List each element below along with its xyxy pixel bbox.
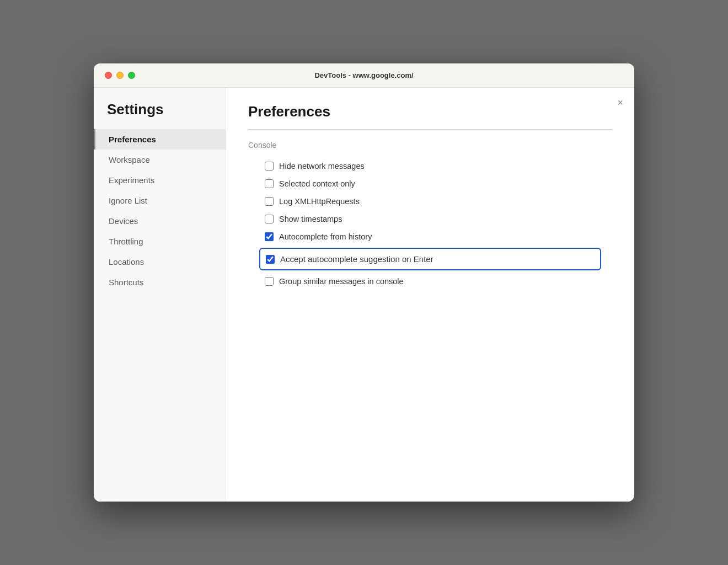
group-similar-checkbox[interactable] bbox=[265, 277, 274, 286]
minimize-window-button[interactable] bbox=[116, 72, 124, 79]
sidebar-item-label: Workspace bbox=[109, 155, 150, 164]
sidebar-item-experiments[interactable]: Experiments bbox=[94, 170, 226, 190]
sidebar-item-label: Shortcuts bbox=[109, 278, 143, 287]
accept-autocomplete-label[interactable]: Accept autocomplete suggestion on Enter bbox=[280, 254, 433, 264]
section-console-label: Console bbox=[248, 141, 612, 150]
main-content: × Preferences Console Hide network messa… bbox=[226, 88, 634, 502]
sidebar-item-preferences[interactable]: Preferences bbox=[94, 129, 226, 150]
sidebar-item-label: Locations bbox=[109, 257, 144, 266]
checkbox-row-show-timestamps: Show timestamps bbox=[248, 210, 612, 228]
hide-network-checkbox[interactable] bbox=[265, 162, 274, 170]
show-timestamps-label[interactable]: Show timestamps bbox=[279, 215, 342, 223]
autocomplete-history-label[interactable]: Autocomplete from history bbox=[279, 232, 372, 241]
window-title: DevTools - www.google.com/ bbox=[314, 71, 413, 79]
sidebar-item-shortcuts[interactable]: Shortcuts bbox=[94, 272, 226, 292]
checkbox-row-autocomplete-history: Autocomplete from history bbox=[248, 228, 612, 246]
window-body: Settings Preferences Workspace Experimen… bbox=[94, 88, 634, 502]
section-divider bbox=[248, 129, 612, 130]
content-title: Preferences bbox=[248, 103, 612, 120]
sidebar-item-label: Experiments bbox=[109, 175, 154, 185]
close-window-button[interactable] bbox=[105, 72, 112, 79]
sidebar-item-label: Ignore List bbox=[109, 196, 147, 205]
maximize-window-button[interactable] bbox=[128, 72, 135, 79]
sidebar-item-devices[interactable]: Devices bbox=[94, 211, 226, 231]
checkbox-row-log-xmlhttp: Log XMLHttpRequests bbox=[248, 193, 612, 210]
selected-context-checkbox[interactable] bbox=[265, 179, 274, 188]
sidebar-item-ignore-list[interactable]: Ignore List bbox=[94, 190, 226, 211]
show-timestamps-checkbox[interactable] bbox=[265, 215, 274, 223]
checkbox-row-accept-autocomplete: Accept autocomplete suggestion on Enter bbox=[259, 248, 601, 270]
close-button[interactable]: × bbox=[617, 98, 623, 108]
sidebar-heading: Settings bbox=[94, 101, 226, 129]
sidebar-item-locations[interactable]: Locations bbox=[94, 252, 226, 272]
traffic-lights bbox=[105, 72, 135, 79]
sidebar-item-label: Devices bbox=[109, 216, 138, 226]
checkbox-row-hide-network: Hide network messages bbox=[248, 157, 612, 175]
autocomplete-history-checkbox[interactable] bbox=[265, 232, 274, 241]
sidebar-item-throttling[interactable]: Throttling bbox=[94, 231, 226, 252]
sidebar-item-workspace[interactable]: Workspace bbox=[94, 150, 226, 170]
hide-network-label[interactable]: Hide network messages bbox=[279, 162, 365, 170]
sidebar-item-label: Preferences bbox=[109, 135, 156, 144]
group-similar-label[interactable]: Group similar messages in console bbox=[279, 277, 404, 286]
checkbox-row-selected-context: Selected context only bbox=[248, 175, 612, 193]
selected-context-label[interactable]: Selected context only bbox=[279, 179, 355, 188]
sidebar: Settings Preferences Workspace Experimen… bbox=[94, 88, 226, 502]
log-xmlhttp-label[interactable]: Log XMLHttpRequests bbox=[279, 197, 360, 206]
titlebar: DevTools - www.google.com/ bbox=[94, 63, 634, 88]
accept-autocomplete-checkbox[interactable] bbox=[266, 255, 275, 264]
log-xmlhttp-checkbox[interactable] bbox=[265, 197, 274, 206]
sidebar-item-label: Throttling bbox=[109, 237, 143, 246]
devtools-window: DevTools - www.google.com/ Settings Pref… bbox=[94, 63, 634, 502]
checkbox-row-group-similar: Group similar messages in console bbox=[248, 273, 612, 290]
